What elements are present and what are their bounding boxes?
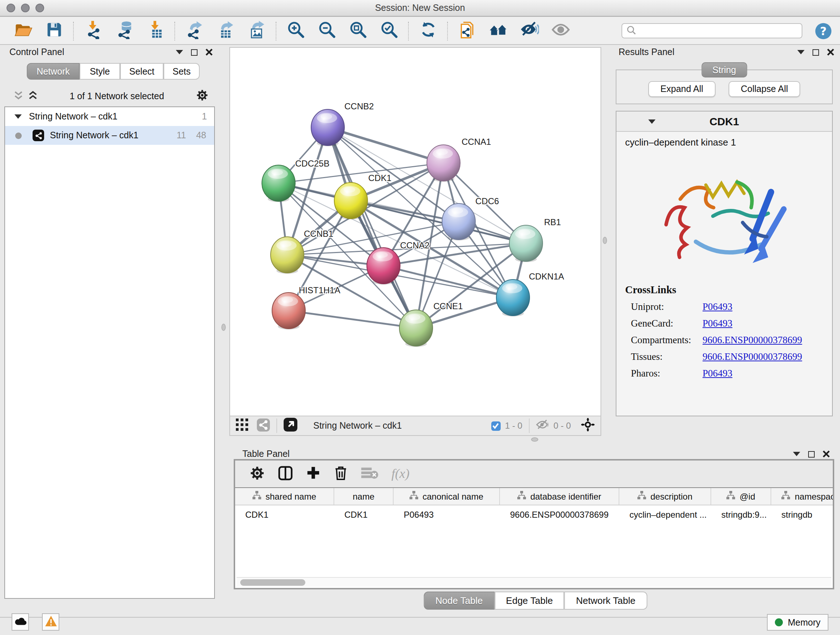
node-CDKN1A[interactable] [496, 279, 530, 317]
cell-database-identifier[interactable]: 9606.ENSP00000378699 [500, 505, 619, 524]
expand-all-icon[interactable] [28, 90, 38, 103]
tab-edge-table[interactable]: Edge Table [494, 592, 565, 610]
edge-CCNB2-CCNE1[interactable] [328, 127, 416, 328]
network-share-icon[interactable] [257, 418, 270, 433]
panel-menu-icon[interactable] [793, 452, 800, 456]
function-builder-button[interactable]: f(x) [392, 466, 409, 481]
crosslink-link[interactable]: P06493 [703, 301, 733, 313]
grid-view-icon[interactable] [236, 418, 248, 433]
panel-menu-icon[interactable] [797, 50, 805, 54]
network-row-selected[interactable]: String Network – cdk1 11 48 [5, 126, 214, 145]
crosslink-link[interactable]: P06493 [703, 368, 733, 379]
zoom-in-button[interactable] [280, 19, 311, 42]
home-button[interactable] [483, 19, 514, 42]
panel-close-icon[interactable] [827, 49, 834, 56]
birds-eye-view-icon[interactable] [284, 418, 297, 434]
node-CCNA1[interactable] [427, 145, 460, 182]
zoom-selected-button[interactable] [373, 19, 404, 42]
cell-description[interactable]: cyclin–dependent ... [619, 505, 711, 524]
panel-float-icon[interactable] [808, 451, 815, 457]
table-settings-button[interactable] [249, 465, 265, 483]
tab-network-table[interactable]: Network Table [564, 592, 647, 610]
zoom-out-button[interactable] [311, 19, 342, 42]
tab-string[interactable]: String [701, 62, 747, 78]
column-header--id[interactable]: @id [711, 488, 771, 505]
network-canvas[interactable]: CCNB2CCNA1CDC25BCDK1CDC6RB1CCNB1CCNA2CDK… [230, 48, 600, 416]
tab-node-table[interactable]: Node Table [424, 592, 494, 610]
import-table-button[interactable] [140, 19, 171, 42]
tab-sets[interactable]: Sets [164, 63, 200, 80]
node-CCNE1[interactable] [399, 310, 433, 347]
column-header-database-identifier[interactable]: database identifier [500, 488, 619, 505]
hide-selected-button[interactable] [514, 19, 545, 42]
edge-CCNB2-CCNA1[interactable] [328, 127, 444, 163]
export-network-button[interactable] [179, 19, 210, 42]
cloud-status-button[interactable] [11, 613, 29, 631]
search-input[interactable] [622, 23, 802, 38]
table-row[interactable]: CDK1CDK1P064939606.ENSP00000378699cyclin… [235, 505, 833, 524]
column-header-name[interactable]: name [334, 488, 393, 505]
cell--id[interactable]: stringdb:9... [711, 505, 771, 524]
create-column-button[interactable] [306, 466, 321, 482]
show-column-button[interactable] [278, 465, 293, 483]
protein-section-header[interactable]: CDK1 [616, 111, 832, 132]
expand-all-button[interactable]: Expand All [648, 81, 715, 97]
panel-float-icon[interactable] [813, 49, 819, 55]
cell-shared-name[interactable]: CDK1 [235, 505, 334, 524]
node-CDC6[interactable] [442, 203, 475, 241]
open-session-button[interactable] [7, 19, 38, 42]
node-CDK1[interactable] [334, 182, 368, 219]
export-image-button[interactable] [241, 19, 272, 42]
splitter-handle[interactable] [603, 237, 607, 244]
collapse-all-button[interactable]: Collapse All [729, 81, 801, 97]
save-session-button[interactable] [38, 19, 69, 42]
import-network-from-database-button[interactable] [109, 19, 140, 42]
splitter-handle[interactable] [221, 324, 226, 331]
panel-close-icon[interactable] [823, 450, 830, 458]
column-header-canonical-name[interactable]: canonical name [393, 488, 500, 505]
section-collapse-icon[interactable] [648, 119, 655, 124]
panel-float-icon[interactable] [191, 49, 197, 55]
memory-button[interactable]: Memory [767, 614, 829, 631]
panel-close-icon[interactable] [205, 49, 213, 56]
cell-namespace[interactable]: stringdb [771, 505, 834, 524]
panel-menu-icon[interactable] [176, 50, 183, 54]
import-network-button[interactable] [77, 19, 109, 42]
tab-style[interactable]: Style [80, 63, 120, 80]
column-header-description[interactable]: description [619, 488, 711, 505]
node-CCNB2[interactable] [311, 109, 344, 146]
refresh-button[interactable] [412, 19, 444, 42]
node-CCNA2[interactable] [367, 248, 400, 285]
network-collection-row[interactable]: String Network – cdk1 1 [5, 107, 214, 126]
gear-icon[interactable] [196, 89, 208, 104]
crosslink-link[interactable]: 9606.ENSP00000378699 [703, 351, 802, 363]
export-table-button[interactable] [210, 19, 241, 42]
collapse-all-icon[interactable] [14, 90, 23, 103]
splitter-handle[interactable] [531, 437, 538, 442]
crosslink-link[interactable]: 9606.ENSP00000378699 [703, 334, 802, 346]
help-button[interactable]: ? [814, 21, 833, 40]
hidden-eye-slash-icon[interactable] [536, 419, 549, 432]
copy-network-button[interactable] [452, 19, 483, 42]
delete-column-button[interactable] [333, 465, 348, 483]
delete-table-button[interactable] [361, 466, 378, 481]
node-CCNB1[interactable] [271, 237, 304, 274]
edge-HIST1H1A-CCNE1[interactable] [289, 310, 416, 328]
tab-select[interactable]: Select [120, 63, 164, 80]
tree-expand-icon[interactable] [14, 114, 22, 119]
selected-checkbox-icon[interactable] [491, 421, 501, 431]
scrollbar-thumb[interactable] [240, 579, 305, 586]
horizontal-scrollbar[interactable] [237, 577, 831, 586]
warning-status-button[interactable] [42, 613, 59, 631]
cell-name[interactable]: CDK1 [334, 505, 393, 524]
node-CDC25B[interactable] [262, 165, 295, 202]
fit-content-crosshair-icon[interactable] [581, 418, 595, 434]
node-HIST1H1A[interactable] [272, 293, 305, 329]
zoom-fit-button[interactable] [342, 19, 373, 42]
tab-network[interactable]: Network [27, 63, 80, 80]
cell-canonical-name[interactable]: P06493 [393, 505, 500, 524]
column-header-shared-name[interactable]: shared name [235, 488, 334, 505]
column-header-namespace[interactable]: namespace [771, 488, 834, 505]
node-RB1[interactable] [509, 225, 543, 262]
crosslink-link[interactable]: P06493 [703, 318, 733, 329]
